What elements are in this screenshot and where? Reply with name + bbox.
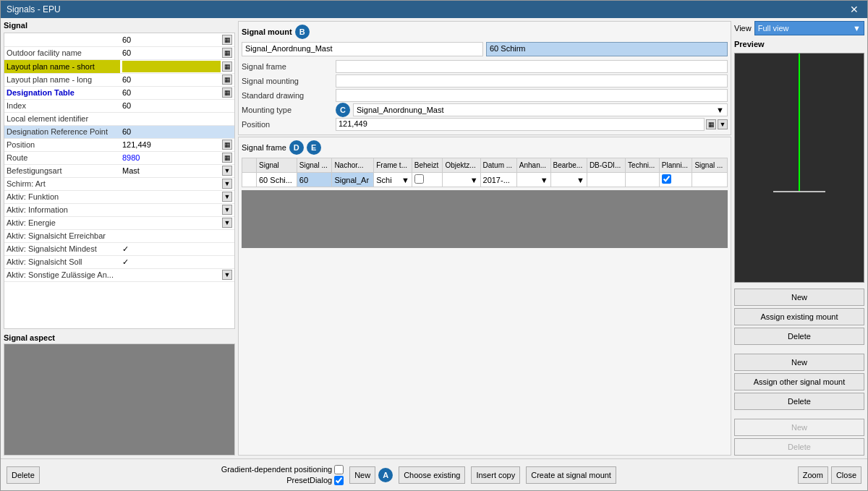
signal-frame-table: Signal Signal ... Nachor... Frame t... B… [242,158,728,187]
form-row-signal-mounting: Signal mounting [242,74,728,88]
title-bar: Signals - EPU ✕ [1,1,867,18]
table-row: Aktiv: Signalsicht Mindest ✓ [4,242,234,255]
preset-label[interactable]: PresetDialog [286,476,344,485]
main-window: Signals - EPU ✕ Signal 60 ▦ [0,0,868,491]
signal-frame-table-container: Signal Signal ... Nachor... Frame t... B… [242,158,728,187]
right-buttons-top-group: New Assign existing mount Delete [734,289,864,345]
signal-frame-section: Signal frame D E Signal Signal ... Nacho… [238,137,731,456]
table-row: Local element identifier [4,112,234,125]
signal-frame-gray-area [242,190,728,248]
view-row: View Full view ▼ [734,21,864,35]
preview-label: Preview [734,40,864,48]
form-row-standard-drawing: Standard drawing [242,88,728,103]
badge-e: E [307,140,321,155]
bottom-left: Delete [7,466,40,484]
bottom-center: Gradient-dependent positioning PresetDia… [46,465,792,485]
preview-horizontal-line [773,191,825,192]
signal-mounting-input[interactable] [336,74,728,87]
new-frame-button[interactable]: New [734,354,864,371]
view-label: View [734,24,752,33]
mount-top-area: Signal_Anordnung_Mast 60 Schirm [242,42,728,56]
signal-mount-section: Signal mount B Signal_Anordnung_Mast 60 … [238,21,731,135]
delete-signal-button[interactable]: Delete [7,466,40,484]
beheizt-checkbox[interactable] [414,174,424,184]
right-buttons-bot-group: New Delete [734,419,864,456]
choose-existing-button[interactable]: Choose existing [399,466,465,484]
signal-frame-header: Signal frame D E [242,140,728,155]
badge-a: A [378,468,393,482]
new-mount-button[interactable]: New [734,289,864,306]
table-row: Befestigungsart Mast ▼ [4,164,234,177]
form-row-signal-frame: Signal frame [242,59,728,74]
dropdown-arrow[interactable]: ▼ [222,218,232,228]
table-header-row: Signal Signal ... Nachor... Frame t... B… [242,158,728,173]
right-panel: View Full view ▼ Preview New Assign exis… [734,21,864,456]
signal-aspect-area [4,343,235,456]
position-dropdown[interactable]: ▼ [718,119,728,129]
preview-vertical-line [799,54,800,191]
signal-panel-header: Signal [4,21,235,30]
table-row: Outdoor facility name 60 ▦ [4,46,234,59]
table-row: Aktiv: Funktion ▼ [4,190,234,203]
position-input[interactable]: 121,449 [336,118,705,131]
calc-button[interactable]: ▦ [222,87,232,98]
form-row-mounting-type: Mounting type C Signal_Anordnung_Mast ▼ [242,103,728,117]
planni-checkbox[interactable] [662,174,671,184]
dropdown-arrow[interactable]: ▼ [222,270,232,280]
gradient-label[interactable]: Gradient-dependent positioning [221,465,344,474]
view-select[interactable]: Full view ▼ [754,21,864,35]
bottom-right: Zoom Close [798,466,861,484]
table-row: Layout plan name - short ▦ [4,59,234,73]
insert-copy-button[interactable]: Insert copy [471,466,520,484]
create-at-signal-mount-button[interactable]: Create at signal mount [526,466,616,484]
table-row: Designation Table 60 ▦ [4,86,234,99]
table-row: Schirm: Art ▼ [4,177,234,190]
table-row: Layout plan name - long 60 ▦ [4,73,234,86]
middle-panel: Signal mount B Signal_Anordnung_Mast 60 … [238,21,731,456]
dropdown-arrow[interactable]: ▼ [222,179,232,189]
calc-button[interactable]: ▦ [222,74,232,85]
assign-other-signal-mount-button[interactable]: Assign other signal mount [734,373,864,390]
new-aspect-button[interactable]: New [734,419,864,436]
new-signal-button[interactable]: New [349,466,375,484]
mount-col1-value: Signal_Anordnung_Mast [242,42,483,56]
delete-mount-button[interactable]: Delete [734,328,864,345]
mounting-type-select[interactable]: Signal_Anordnung_Mast ▼ [353,103,728,116]
close-window-button[interactable]: ✕ [847,4,861,15]
zoom-button[interactable]: Zoom [798,466,828,484]
calc-button[interactable]: ▦ [222,153,232,163]
calc-button[interactable]: ▦ [222,61,232,72]
dropdown-arrow[interactable]: ▼ [222,192,232,202]
form-row-position: Position 121,449 ▦ ▼ [242,117,728,132]
signal-mount-header: Signal mount [242,27,292,36]
signal-frame-section-header: Signal frame [242,143,286,152]
signal-aspect-panel: Signal aspect [4,333,235,456]
badge-b: B [295,25,310,39]
table-row: Index 60 [4,99,234,112]
signal-panel: Signal 60 ▦ [4,21,235,456]
right-buttons-mid-group: New Assign other signal mount Delete [734,354,864,410]
table-row: Designation Reference Point 60 [4,125,234,138]
delete-aspect-button[interactable]: Delete [734,438,864,456]
table-row: 60 Schi... 60 Signal_Ar Schi [242,173,728,187]
bottom-bar: Delete Gradient-dependent positioning Pr… [1,458,867,490]
table-row: Route 8980 ▦ [4,151,234,164]
assign-existing-mount-button[interactable]: Assign existing mount [734,308,864,325]
calc-button[interactable]: ▦ [222,48,232,58]
new-badge-group: New A [349,466,393,484]
signal-frame-input[interactable] [336,60,728,73]
close-button[interactable]: Close [831,466,861,484]
calc-button[interactable]: ▦ [222,140,232,150]
calc-button[interactable]: ▦ [222,35,232,45]
standard-drawing-input[interactable] [336,89,728,102]
table-row: 60 ▦ [4,33,234,46]
dropdown-arrow[interactable]: ▼ [222,205,232,215]
position-calc-btn[interactable]: ▦ [706,119,716,129]
signal-table: 60 ▦ Outdoor facility name 60 ▦ [4,33,235,329]
delete-frame-button[interactable]: Delete [734,393,864,410]
preview-area [734,53,864,283]
mount-col2-value: 60 Schirm [486,42,728,56]
gradient-checkbox[interactable] [334,465,344,474]
dropdown-arrow[interactable]: ▼ [222,166,232,176]
preset-checkbox[interactable] [334,476,344,485]
